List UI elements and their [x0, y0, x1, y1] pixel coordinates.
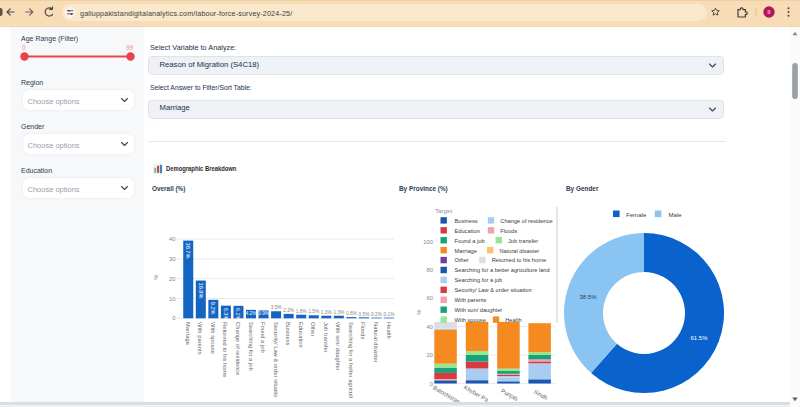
svg-text:Floods: Floods [500, 228, 517, 234]
svg-text:Punjab: Punjab [500, 388, 519, 402]
svg-text:0: 0 [172, 315, 175, 321]
svg-text:With spouse: With spouse [210, 322, 216, 354]
svg-text:Sindh: Sindh [533, 388, 549, 401]
svg-text:Marriage: Marriage [185, 322, 191, 345]
svg-text:20: 20 [169, 276, 175, 282]
svg-text:10: 10 [169, 296, 175, 302]
svg-text:Found a job: Found a job [455, 238, 485, 244]
svg-text:With son/ daughter: With son/ daughter [335, 322, 341, 371]
svg-text:1.3%: 1.3% [321, 310, 333, 315]
svg-text:80: 80 [427, 267, 433, 273]
svg-text:3.9%: 3.9% [258, 311, 268, 316]
svg-text:Business: Business [455, 218, 478, 224]
svg-text:1.8%: 1.8% [296, 309, 308, 314]
svg-text:Job transfer: Job transfer [508, 238, 538, 244]
svg-text:100: 100 [423, 239, 433, 245]
svg-text:Male: Male [669, 211, 683, 218]
svg-text:60: 60 [427, 295, 433, 301]
svg-text:6.2%: 6.2% [235, 308, 241, 321]
svg-text:38.7%: 38.7% [185, 243, 191, 259]
svg-text:38.5%: 38.5% [579, 294, 597, 300]
svg-text:With son/ daughter: With son/ daughter [455, 307, 503, 313]
svg-text:Education: Education [455, 228, 480, 234]
svg-text:Searching for a job: Searching for a job [248, 322, 254, 371]
svg-text:Searching for a better agricul: Searching for a better agriculture land [455, 267, 550, 273]
svg-text:0.6%: 0.6% [346, 311, 358, 316]
svg-text:Searching for a job: Searching for a job [455, 277, 503, 283]
svg-text:Health: Health [505, 317, 521, 323]
svg-text:1.5%: 1.5% [308, 309, 320, 314]
svg-text:0.5%: 0.5% [358, 312, 370, 317]
svg-text:1.3%: 1.3% [333, 310, 345, 315]
svg-text:%: % [153, 274, 159, 280]
svg-text:Floods: Floods [360, 322, 366, 340]
svg-text:Found a job: Found a job [260, 322, 266, 353]
svg-text:40: 40 [169, 236, 175, 242]
svg-text:With parents: With parents [197, 322, 203, 355]
svg-text:Education: Education [298, 322, 304, 348]
svg-text:With spouse: With spouse [455, 317, 486, 323]
svg-text:18.8%: 18.8% [198, 283, 204, 299]
svg-text:Security/ Law & order situatio: Security/ Law & order situatio [273, 322, 279, 397]
svg-text:0.2%: 0.2% [371, 312, 383, 317]
svg-text:0: 0 [430, 381, 433, 387]
svg-text:Female: Female [626, 211, 647, 218]
svg-text:20: 20 [427, 352, 433, 358]
svg-text:30: 30 [169, 256, 175, 262]
svg-text:4.2%: 4.2% [246, 311, 256, 316]
svg-text:With parents: With parents [455, 297, 487, 303]
svg-text:61.5%: 61.5% [690, 335, 708, 341]
svg-text:Balochistan: Balochistan [432, 385, 461, 405]
svg-text:Change of residence: Change of residence [500, 218, 553, 224]
svg-text:6.3%: 6.3% [223, 308, 229, 321]
svg-text:2.2%: 2.2% [283, 308, 295, 313]
svg-text:Natural disaster: Natural disaster [373, 322, 379, 363]
svg-text:Business: Business [285, 322, 291, 346]
svg-text:Change of residence: Change of residence [235, 322, 241, 376]
svg-text:40: 40 [427, 324, 433, 330]
svg-text:Returned to his home: Returned to his home [222, 322, 228, 377]
svg-text:Searching for a better agricul: Searching for a better agricult [348, 322, 354, 398]
svg-text:Natural disaster: Natural disaster [499, 248, 539, 254]
svg-text:Security/ Law & order situatio: Security/ Law & order situation [455, 287, 532, 293]
svg-text:Target: Target [435, 207, 452, 214]
svg-text:3.5%: 3.5% [271, 305, 283, 310]
svg-text:Job transfer: Job transfer [323, 322, 329, 353]
svg-text:%: % [416, 309, 422, 315]
svg-text:Health: Health [386, 322, 392, 339]
svg-text:Other: Other [310, 322, 316, 337]
svg-text:Marriage: Marriage [455, 248, 477, 254]
svg-text:9.2%: 9.2% [210, 302, 216, 315]
svg-text:Other: Other [455, 257, 469, 263]
svg-text:Returned to his home: Returned to his home [492, 257, 546, 263]
svg-text:0.1%: 0.1% [384, 312, 396, 317]
